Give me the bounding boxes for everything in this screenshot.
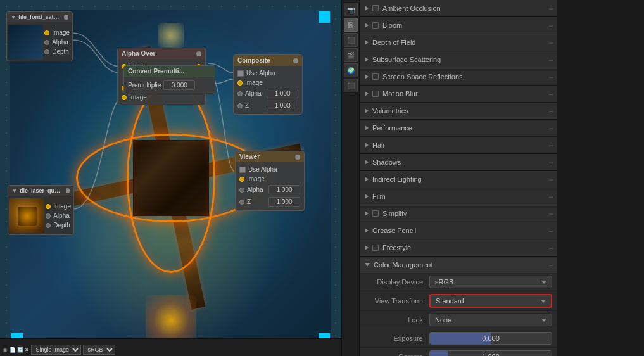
section-ambient-occlusion-header[interactable]: Ambient Occlusion ··· <box>360 0 557 16</box>
dots-ssr: ··· <box>548 72 552 82</box>
section-color-management: Color Management ··· Display Device sRGB <box>360 257 557 356</box>
label-color-management: Color Management <box>374 261 545 269</box>
view-mode-select-1[interactable]: Single Image <box>31 345 81 355</box>
label-hair: Hair <box>372 141 545 149</box>
gamma-label: Gamma <box>372 353 429 356</box>
section-ambient-occlusion: Ambient Occlusion ··· <box>360 0 557 17</box>
section-performance-header[interactable]: Performance ··· <box>360 120 557 136</box>
label-motion-blur: Motion Blur <box>382 90 545 98</box>
section-indirect-lighting: Indirect Lighting ··· <box>360 171 557 188</box>
section-hair-header[interactable]: Hair ··· <box>360 137 557 153</box>
section-simplify-header[interactable]: Simplify ··· <box>360 205 557 222</box>
section-grease-pencil: Grease Pencil ··· <box>360 222 557 239</box>
display-device-arrow <box>541 281 546 284</box>
icon-scene-btn[interactable]: 🎬 <box>344 48 358 62</box>
dots-hair: ··· <box>548 140 552 150</box>
look-value: None <box>435 316 451 324</box>
look-arrow <box>541 319 546 322</box>
arrow-grease-pencil <box>365 228 369 233</box>
section-volumetrics: Volumetrics ··· <box>360 103 557 120</box>
dots-simplify: ··· <box>548 208 552 219</box>
arrow-subsurface-scattering <box>365 57 369 62</box>
arrow-hair <box>365 143 369 148</box>
cb-bloom[interactable] <box>372 22 379 29</box>
view-transform-label: View Transform <box>372 297 429 305</box>
bottom-controls-left: ◉ 📄 🔄 ✕ Single Image sRGB <box>3 345 115 355</box>
view-transform-arrow <box>541 300 546 303</box>
section-motion-blur-header[interactable]: Motion Blur ··· <box>360 86 557 102</box>
cb-freestyle[interactable] <box>372 245 379 251</box>
display-device-label: Display Device <box>372 278 429 286</box>
display-device-dropdown[interactable]: sRGB <box>429 276 552 288</box>
arrow-volumetrics <box>365 108 369 113</box>
section-shadows: Shadows ··· <box>360 154 557 171</box>
gamma-row: Gamma 1.000 <box>360 348 557 356</box>
dots-depth-of-field: ··· <box>548 37 552 48</box>
section-freestyle-header[interactable]: Freestyle ··· <box>360 239 557 256</box>
section-color-management-header[interactable]: Color Management ··· <box>360 257 557 273</box>
section-subsurface-scattering-header[interactable]: Subsurface Scattering ··· <box>360 51 557 68</box>
section-shadows-header[interactable]: Shadows ··· <box>360 154 557 170</box>
arrow-shadows <box>365 160 369 165</box>
label-simplify: Simplify <box>382 210 545 217</box>
color-space-select-1[interactable]: sRGB <box>83 345 115 355</box>
look-row: Look None <box>360 311 557 329</box>
color-management-content: Display Device sRGB View Transform <box>360 273 557 356</box>
arrow-ambient-occlusion <box>365 6 369 11</box>
icon-output-btn[interactable]: 🖼 <box>344 18 358 32</box>
dots-performance: ··· <box>548 123 552 133</box>
arrow-bloom <box>365 23 369 28</box>
section-volumetrics-header[interactable]: Volumetrics ··· <box>360 103 557 119</box>
cb-ambient-occlusion[interactable] <box>372 5 379 11</box>
icon-render-btn[interactable]: 📷 <box>344 3 358 16</box>
icon-object-btn[interactable]: ⬛ <box>344 79 358 92</box>
cb-simplify[interactable] <box>372 210 379 217</box>
section-bloom: Bloom ··· <box>360 17 557 34</box>
node-editor[interactable]: ▼ tile_fond_saturee... Image Alpha Depth… <box>0 0 342 356</box>
section-grease-pencil-header[interactable]: Grease Pencil ··· <box>360 222 557 239</box>
arrow-ssr <box>365 74 369 79</box>
section-depth-of-field-header[interactable]: Depth of Field ··· <box>360 34 557 51</box>
section-indirect-lighting-header[interactable]: Indirect Lighting ··· <box>360 171 557 188</box>
dots-film: ··· <box>548 191 552 201</box>
corner-marker-tl <box>11 11 23 23</box>
node-editor-bottom: ◉ 📄 🔄 ✕ Single Image sRGB <box>0 338 341 356</box>
label-volumetrics: Volumetrics <box>372 107 545 115</box>
display-device-row: Display Device sRGB <box>360 273 557 291</box>
section-film: Film ··· <box>360 188 557 205</box>
arrow-indirect-lighting <box>365 177 369 182</box>
dots-freestyle: ··· <box>548 243 552 253</box>
look-dropdown[interactable]: None <box>429 314 552 326</box>
view-transform-row: View Transform Standard <box>360 291 557 311</box>
label-indirect-lighting: Indirect Lighting <box>372 175 545 183</box>
icon-sidebar: 📷 🖼 ⬛ 🎬 🌍 ⬛ <box>342 0 360 356</box>
dots-subsurface-scattering: ··· <box>548 54 552 65</box>
gamma-slider[interactable]: 1.000 <box>429 350 552 356</box>
label-grease-pencil: Grease Pencil <box>372 227 545 234</box>
glow-ring-v <box>127 83 215 273</box>
properties-panel[interactable]: Ambient Occlusion ··· Bloom ··· Depth of… <box>360 0 557 356</box>
exposure-value: 0.000 <box>430 334 552 342</box>
dots-color-management: ··· <box>548 260 552 270</box>
view-transform-dropdown[interactable]: Standard <box>429 294 552 308</box>
section-bloom-header[interactable]: Bloom ··· <box>360 17 557 34</box>
icon-view-layer-btn[interactable]: ⬛ <box>344 33 358 47</box>
cb-motion-blur[interactable] <box>372 91 379 97</box>
arrow-freestyle <box>365 245 369 250</box>
cb-ssr[interactable] <box>372 73 379 80</box>
arrow-film <box>365 194 369 199</box>
label-performance: Performance <box>372 124 545 132</box>
section-performance: Performance ··· <box>360 120 557 137</box>
icon-world-btn[interactable]: 🌍 <box>344 63 358 77</box>
exposure-label: Exposure <box>372 334 429 342</box>
section-subsurface-scattering: Subsurface Scattering ··· <box>360 51 557 68</box>
dots-grease-pencil: ··· <box>548 226 552 236</box>
look-label: Look <box>372 316 429 324</box>
view-transform-value: Standard <box>436 297 464 305</box>
label-depth-of-field: Depth of Field <box>372 39 545 46</box>
section-film-header[interactable]: Film ··· <box>360 188 557 205</box>
section-simplify: Simplify ··· <box>360 205 557 222</box>
exposure-slider[interactable]: 0.000 <box>429 332 552 345</box>
section-ssr-header[interactable]: Screen Space Reflections ··· <box>360 68 557 85</box>
arrow-performance <box>365 125 369 130</box>
